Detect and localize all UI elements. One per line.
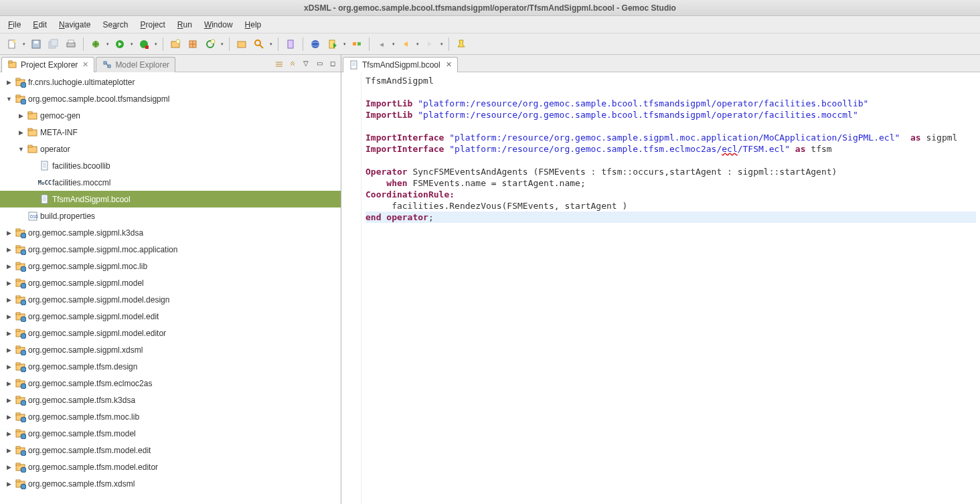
menu-file[interactable]: File xyxy=(3,18,26,31)
twistie-icon[interactable]: ▼ xyxy=(5,96,13,102)
open-type-button[interactable] xyxy=(234,36,250,52)
tree-row[interactable]: facilities.bcoollib xyxy=(0,157,341,174)
tree-row[interactable]: ▶org.gemoc.sample.tfsm.model xyxy=(0,425,341,442)
back-dropdown[interactable]: ▾ xyxy=(415,41,420,47)
tree-row[interactable]: ▶org.gemoc.sample.tfsm.xdsml xyxy=(0,475,341,492)
tree-row[interactable]: ▶org.gemoc.sample.tfsm.moc.lib xyxy=(0,408,341,425)
tree-row[interactable]: ▶fr.cnrs.luchogie.ultimateplotter xyxy=(0,74,341,90)
close-icon[interactable]: ✕ xyxy=(82,60,88,69)
node-icon xyxy=(27,127,38,138)
tree-row[interactable]: ▶org.gemoc.sample.tfsm.model.editor xyxy=(0,458,341,475)
tree-row[interactable]: ▶org.gemoc.sample.sigpml.moc.lib xyxy=(0,258,341,274)
new-button[interactable] xyxy=(4,36,20,52)
menu-navigate[interactable]: Navigate xyxy=(54,18,96,31)
prev-annotation-button[interactable]: ◂ xyxy=(374,36,390,52)
close-icon[interactable]: ✕ xyxy=(446,60,452,69)
twistie-icon[interactable]: ▶ xyxy=(5,263,13,270)
twistie-icon[interactable]: ▶ xyxy=(5,447,13,454)
run-button[interactable] xyxy=(112,36,128,52)
run-dropdown[interactable]: ▾ xyxy=(129,41,135,47)
twistie-icon[interactable]: ▶ xyxy=(5,347,13,353)
editor-gutter[interactable] xyxy=(341,72,361,504)
new-package-button[interactable] xyxy=(185,36,201,52)
link-editor-button[interactable] xyxy=(287,58,298,69)
project-explorer-tab[interactable]: Project Explorer ✕ xyxy=(1,57,94,72)
tree-row[interactable]: ▶org.gemoc.sample.sigpml.model xyxy=(0,274,341,291)
menu-help[interactable]: Help xyxy=(240,18,267,31)
twistie-icon[interactable]: ▶ xyxy=(5,464,13,471)
project-tree[interactable]: ▶fr.cnrs.luchogie.ultimateplotter▼org.ge… xyxy=(0,72,341,504)
node-icon xyxy=(15,378,26,389)
minimize-view-button[interactable]: ▭ xyxy=(314,58,325,69)
forward-button[interactable] xyxy=(422,36,438,52)
twistie-icon[interactable]: ▶ xyxy=(5,79,13,86)
tree-row[interactable]: ▶org.gemoc.sample.tfsm.design xyxy=(0,358,341,375)
print-button[interactable] xyxy=(63,36,79,52)
twistie-icon[interactable]: ▶ xyxy=(5,297,13,303)
tree-row[interactable]: ▼org.gemoc.sample.bcool.tfsmandsigpml xyxy=(0,90,341,107)
tree-row[interactable]: 010build.properties xyxy=(0,207,341,224)
new-dropdown[interactable]: ▾ xyxy=(21,41,27,47)
twistie-icon[interactable]: ▶ xyxy=(17,129,25,136)
editor-tab-active[interactable]: TfsmAndSigpml.bcool ✕ xyxy=(343,57,458,72)
tree-row[interactable]: ▶META-INF xyxy=(0,124,341,141)
menu-project[interactable]: Project xyxy=(135,18,170,31)
tree-row[interactable]: ▶org.gemoc.sample.tfsm.model.edit xyxy=(0,442,341,458)
twistie-icon[interactable]: ▶ xyxy=(5,363,13,370)
twistie-icon[interactable]: ▶ xyxy=(5,313,13,320)
new-project-button[interactable] xyxy=(167,36,183,52)
twistie-icon[interactable]: ▶ xyxy=(5,380,13,387)
save-button[interactable] xyxy=(28,36,44,52)
tree-row[interactable]: ▼operator xyxy=(0,141,341,157)
tree-row[interactable]: ▶org.gemoc.sample.sigpml.model.design xyxy=(0,291,341,308)
model-explorer-tab[interactable]: Model Explorer xyxy=(96,57,175,72)
toggle-mark-button[interactable] xyxy=(282,36,299,52)
view-menu-button[interactable]: ▽ xyxy=(301,58,311,69)
ext-tools-dropdown[interactable]: ▾ xyxy=(153,41,159,47)
prev-annotation-dropdown[interactable]: ▾ xyxy=(391,41,396,47)
forward-dropdown[interactable]: ▾ xyxy=(439,41,444,47)
tree-row[interactable]: ▶org.gemoc.sample.sigpml.moc.application xyxy=(0,241,341,258)
twistie-icon[interactable]: ▶ xyxy=(5,230,13,236)
save-all-button[interactable] xyxy=(46,36,62,52)
tree-row[interactable]: ▶org.gemoc.sample.sigpml.xdsml xyxy=(0,341,341,358)
gemoc-globe-button[interactable] xyxy=(307,36,323,52)
search-dropdown[interactable]: ▾ xyxy=(268,41,274,47)
twistie-icon[interactable]: ▶ xyxy=(5,414,13,420)
gemoc-run-dropdown[interactable]: ▾ xyxy=(342,41,347,47)
search-button[interactable] xyxy=(251,36,267,52)
menu-run[interactable]: Run xyxy=(172,18,197,31)
debug-dropdown[interactable]: ▾ xyxy=(105,41,110,47)
twistie-icon[interactable]: ▶ xyxy=(5,481,13,487)
collapse-all-button[interactable] xyxy=(274,58,284,69)
twistie-icon[interactable]: ▶ xyxy=(5,397,13,404)
menu-window[interactable]: Window xyxy=(199,18,238,31)
back-button[interactable] xyxy=(398,36,414,52)
menu-edit[interactable]: Edit xyxy=(27,18,52,31)
twistie-icon[interactable]: ▶ xyxy=(5,280,13,286)
tree-row[interactable]: MoCCfacilities.moccml xyxy=(0,174,341,191)
debug-button[interactable] xyxy=(88,36,104,52)
tree-row[interactable]: ▶org.gemoc.sample.tfsm.eclmoc2as xyxy=(0,375,341,392)
code-area[interactable]: TfsmAndSigpml ImportLib "platform:/resou… xyxy=(361,72,980,504)
new-plugin-dropdown[interactable]: ▾ xyxy=(220,41,225,47)
tree-row[interactable]: ▶gemoc-gen xyxy=(0,107,341,124)
tree-row[interactable]: ▶org.gemoc.sample.sigpml.k3dsa xyxy=(0,224,341,241)
gemoc-run-button[interactable] xyxy=(325,36,341,52)
maximize-view-button[interactable]: ◻ xyxy=(327,58,338,69)
twistie-icon[interactable]: ▼ xyxy=(17,146,25,153)
tree-row[interactable]: ▶org.gemoc.sample.tfsm.k3dsa xyxy=(0,392,341,408)
twistie-icon[interactable]: ▶ xyxy=(5,330,13,337)
new-plugin-button[interactable] xyxy=(202,36,218,52)
ext-tools-button[interactable] xyxy=(136,36,152,52)
tree-row[interactable]: ▶org.gemoc.sample.sigpml.model.editor xyxy=(0,325,341,341)
twistie-icon[interactable]: ▶ xyxy=(5,246,13,253)
tree-row[interactable]: ▶org.gemoc.sample.sigpml.model.edit xyxy=(0,308,341,325)
pin-button[interactable] xyxy=(453,36,469,52)
gemoc-model-button[interactable] xyxy=(349,36,365,52)
twistie-icon[interactable]: ▶ xyxy=(5,430,13,437)
main-toolbar: ▾ ▾ ▾ ▾ ▾ ▾ ▾ ◂ ▾ ▾ ▾ xyxy=(0,33,980,55)
menu-search[interactable]: Search xyxy=(97,18,133,31)
tree-row-selected[interactable]: TfsmAndSigpml.bcool xyxy=(0,191,341,207)
twistie-icon[interactable]: ▶ xyxy=(17,112,25,119)
